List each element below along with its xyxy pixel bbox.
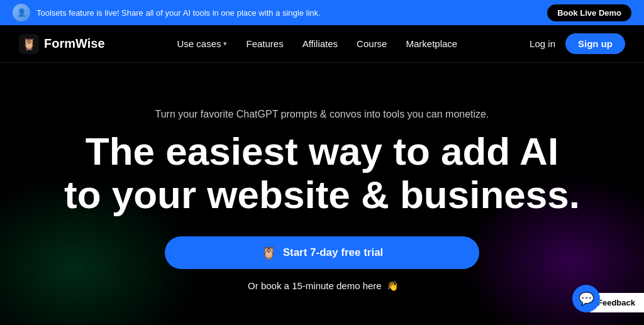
navbar: 🦉 FormWise Use cases ▾ Features Affiliat… — [0, 25, 644, 63]
avatar-image: 👤 — [13, 4, 30, 21]
hero-title-line1: The easiest way to add AI — [86, 129, 558, 173]
demo-link[interactable]: Or book a 15-minute demo here 👋 — [245, 280, 399, 292]
nav-item-features[interactable]: Features — [246, 38, 283, 49]
login-button[interactable]: Log in — [530, 38, 555, 49]
logo-text: FormWise — [44, 36, 105, 51]
demo-emoji: 👋 — [387, 280, 399, 291]
logo-icon: 🦉 — [19, 34, 39, 54]
announcement-text: Toolsets feature is live! Share all of y… — [36, 8, 321, 18]
nav-item-use-cases[interactable]: Use cases ▾ — [177, 38, 227, 49]
hero-title: The easiest way to add AI to your websit… — [64, 130, 580, 216]
start-trial-button[interactable]: 🦉 Start 7-day free trial — [165, 236, 479, 269]
book-demo-button[interactable]: Book Live Demo — [547, 4, 631, 21]
announcement-left: 👤 Toolsets feature is live! Share all of… — [13, 4, 321, 21]
announcement-avatar: 👤 — [13, 4, 30, 21]
nav-links: Use cases ▾ Features Affiliates Course M… — [177, 38, 457, 49]
announcement-bar: 👤 Toolsets feature is live! Share all of… — [0, 0, 644, 25]
hero-section: Turn your favorite ChatGPT prompts & con… — [0, 63, 644, 325]
nav-item-course[interactable]: Course — [357, 38, 387, 49]
chat-icon: 💬 — [579, 291, 594, 306]
nav-item-affiliates[interactable]: Affiliates — [303, 38, 338, 49]
chat-bubble-button[interactable]: 💬 — [572, 285, 600, 312]
signup-button[interactable]: Sign up — [565, 33, 625, 54]
hero-title-line2: to your website & business. — [64, 173, 580, 216]
cta-label: Start 7-day free trial — [283, 246, 384, 259]
logo[interactable]: 🦉 FormWise — [19, 34, 105, 54]
cta-icon: 🦉 — [261, 245, 277, 260]
chevron-down-icon: ▾ — [223, 40, 227, 48]
nav-item-marketplace[interactable]: Marketplace — [406, 38, 457, 49]
hero-subtitle: Turn your favorite ChatGPT prompts & con… — [155, 109, 489, 120]
navbar-actions: Log in Sign up — [530, 33, 625, 54]
